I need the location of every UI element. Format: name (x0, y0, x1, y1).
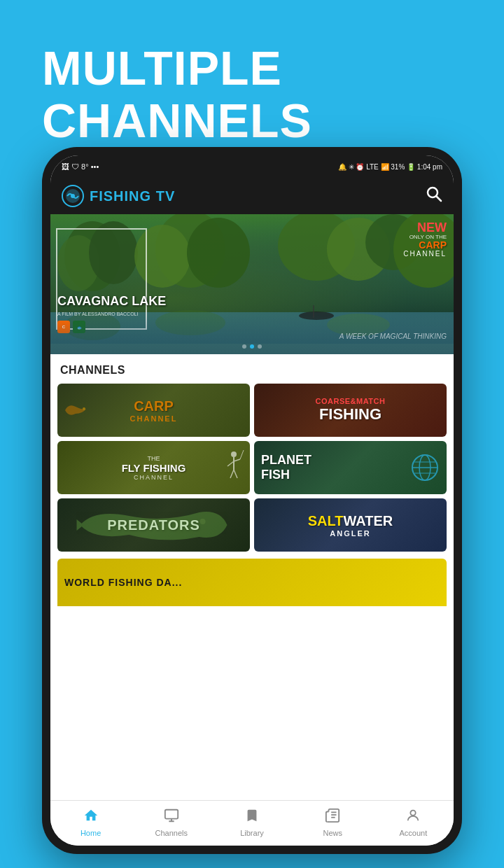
nav-item-library[interactable]: Library (211, 806, 292, 839)
channel-card-predators[interactable]: PREDATORS (57, 498, 250, 552)
app-header: FISHING TV (50, 178, 454, 214)
svg-point-10 (187, 218, 250, 288)
search-icon[interactable] (426, 186, 442, 206)
status-left: 🖼 🛡 8° ••• (62, 162, 99, 171)
channel-card-saltwater[interactable]: SALTWATER ANGLER (254, 498, 447, 552)
predator-fish-icon (57, 498, 250, 552)
svg-marker-34 (77, 519, 84, 531)
account-label: Account (400, 829, 428, 837)
nav-item-channels[interactable]: Channels (131, 806, 211, 839)
status-icons-left: 🖼 🛡 8° ••• (62, 162, 99, 171)
svg-point-35 (200, 519, 206, 524)
hero-badge-new: NEW (403, 221, 447, 234)
channels-icon (164, 808, 179, 827)
carp-channel-sub: CHANNEL (403, 250, 447, 258)
svg-point-2 (71, 194, 75, 198)
hero-title: CAVAGNAC LAKE (57, 294, 166, 309)
nav-item-home[interactable]: Home (50, 806, 131, 839)
logo-fishing: FISHING (90, 188, 151, 204)
status-icons-right: 🔔 ✳ ⏰ LTE 📶 31% 🔋 1:04 pm (338, 163, 442, 171)
saltwater-name-row: SALTWATER (308, 513, 393, 529)
channel-card-fly[interactable]: THE FLY FISHING CHANNEL (57, 441, 250, 494)
planet-card-inner: PLANET FISH (254, 441, 447, 494)
news-label: News (323, 829, 342, 837)
dot-3 (258, 344, 262, 349)
dot-1 (242, 344, 246, 349)
svg-line-27 (230, 470, 234, 478)
hero-banner: CAVAGNAC LAKE A FILM BY ALESSANDRO BACCO… (50, 214, 454, 354)
fly-top: THE (148, 455, 160, 462)
carp-sub: CHANNEL (130, 414, 178, 423)
svg-line-26 (240, 450, 244, 459)
world-label: WORLD FISHING DA... (64, 577, 182, 588)
channel-card-world[interactable]: WORLD FISHING DA... (57, 559, 447, 606)
fly-fisher-icon (223, 449, 244, 487)
fly-sub: CHANNEL (134, 474, 174, 481)
fly-card-inner: THE FLY FISHING CHANNEL (57, 441, 250, 494)
phone-screen: 🖼 🛡 8° ••• 🔔 ✳ ⏰ LTE 📶 31% 🔋 1:04 pm FIS… (50, 155, 454, 846)
hero-water (50, 316, 454, 344)
phone-frame: 🖼 🛡 8° ••• 🔔 ✳ ⏰ LTE 📶 31% 🔋 1:04 pm FIS… (42, 147, 462, 854)
hero-badge-only: ONLY ON THE (403, 234, 447, 240)
hero-dots (242, 344, 262, 349)
planet-globe-icon (410, 452, 441, 484)
hero-badge: NEW ONLY ON THE CARP CHANNEL (403, 221, 447, 258)
app-logo: FISHING TV (62, 185, 175, 207)
svg-point-42 (411, 811, 416, 816)
fishing-tv-logo-icon (62, 185, 84, 207)
nav-item-news[interactable]: News (293, 806, 373, 839)
bottom-nav: Home Channels Library (50, 800, 454, 846)
salt-part: SALT (308, 513, 344, 529)
coarse-card-inner: COARSE&MATCH FISHING (254, 384, 447, 437)
coarse-top: COARSE&MATCH (316, 397, 386, 405)
library-label: Library (240, 829, 264, 837)
predators-card-inner: PREDATORS (57, 498, 250, 552)
content-area: CHANNELS CARP CHANNEL COARSE (50, 354, 454, 800)
home-label: Home (80, 829, 101, 837)
channel-card-coarse[interactable]: COARSE&MATCH FISHING (254, 384, 447, 437)
account-icon (405, 808, 421, 827)
channels-label: Channels (155, 829, 188, 837)
status-bar: 🖼 🛡 8° ••• 🔔 ✳ ⏰ LTE 📶 31% 🔋 1:04 pm (50, 155, 454, 178)
svg-line-28 (234, 470, 237, 478)
library-icon (244, 808, 260, 827)
dot-2 (250, 344, 254, 349)
carp-fish-icon (62, 396, 90, 424)
channels-grid: CARP CHANNEL COARSE&MATCH FISHING THE FL (50, 384, 454, 559)
fly-main: FLY FISHING (122, 462, 186, 474)
angler-sub: ANGLER (330, 529, 370, 538)
saltwater-card-inner: SALTWATER ANGLER (254, 498, 447, 552)
carp-channel-logo: CARP (403, 240, 447, 250)
background-title: MULTIPLE CHANNELS (42, 42, 312, 147)
svg-point-21 (83, 407, 85, 410)
water-part: WATER (344, 513, 393, 529)
channel-card-carp[interactable]: CARP CHANNEL (57, 384, 250, 437)
svg-point-22 (231, 451, 237, 457)
logo-tv: TV (151, 188, 175, 204)
home-icon (83, 808, 99, 827)
app-logo-text: FISHING TV (90, 188, 175, 204)
channels-section-title: CHANNELS (50, 354, 454, 384)
coarse-main: FISHING (319, 405, 382, 424)
svg-line-25 (234, 459, 240, 461)
status-right: 🔔 ✳ ⏰ LTE 📶 31% 🔋 1:04 pm (338, 163, 442, 171)
nav-item-account[interactable]: Account (373, 806, 454, 839)
carp-name: CARP (134, 398, 174, 414)
channel-card-planet[interactable]: PLANET FISH (254, 441, 447, 494)
svg-rect-36 (165, 810, 178, 819)
svg-line-24 (227, 461, 234, 466)
news-icon (325, 808, 340, 827)
svg-line-4 (437, 197, 442, 202)
